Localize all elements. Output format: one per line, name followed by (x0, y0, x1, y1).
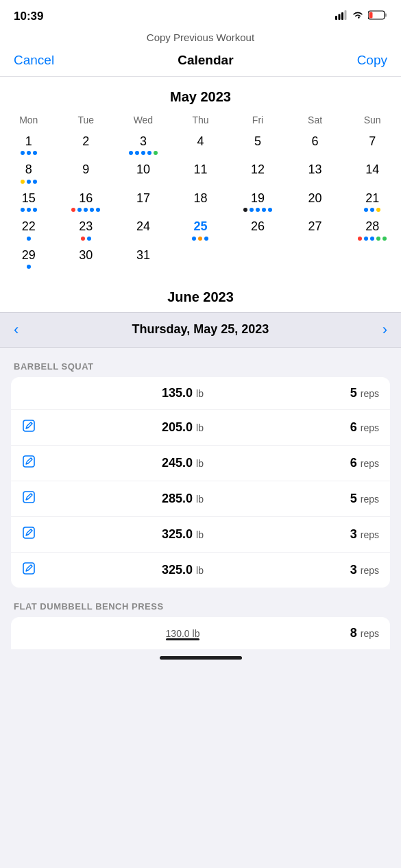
weekday-wed: Wed (114, 112, 172, 131)
svg-rect-11 (23, 563, 34, 574)
calendar-day[interactable]: 31 (114, 245, 172, 273)
set-reps: 5 reps (324, 492, 379, 506)
calendar-day[interactable]: 26 (229, 216, 287, 244)
set-row: 205.0 lb 6 reps (11, 410, 390, 446)
calendar-day[interactable]: 24 (114, 216, 172, 244)
calendar-day[interactable]: 19 (229, 188, 287, 216)
edit-icon[interactable] (22, 490, 41, 507)
calendar-day (343, 245, 401, 273)
calendar-day[interactable]: 27 (287, 216, 344, 244)
calendar-day[interactable]: 22 (0, 216, 58, 244)
workout-section: BARBELL SQUAT 135.0 lb 5 reps 205.0 lb 6… (0, 348, 401, 649)
weekday-thu: Thu (172, 112, 230, 131)
set-weight: 205.0 lb (41, 420, 324, 435)
set-weight: 130.0 lb (41, 626, 324, 640)
svg-rect-8 (23, 456, 34, 467)
svg-rect-10 (23, 527, 34, 538)
calendar-day[interactable]: 30 (58, 245, 115, 273)
calendar-day[interactable]: 15 (0, 188, 58, 216)
set-reps: 5 reps (324, 386, 379, 400)
set-reps: 6 reps (324, 456, 379, 470)
calendar-day (287, 245, 344, 273)
set-weight: 285.0 lb (41, 492, 324, 506)
set-reps: 8 reps (324, 626, 379, 640)
svg-rect-7 (23, 420, 34, 431)
svg-rect-6 (385, 14, 387, 17)
calendar-day[interactable]: 18 (172, 188, 230, 216)
month-label-june: June 2023 (0, 284, 401, 312)
calendar-day[interactable]: 16 (58, 188, 115, 216)
calendar-day[interactable]: 21 (343, 188, 401, 216)
set-reps: 3 reps (324, 563, 379, 577)
weekday-mon: Mon (0, 112, 58, 131)
signal-icon (335, 10, 348, 23)
weekday-sun: Sun (343, 112, 401, 131)
edit-icon[interactable] (22, 562, 41, 579)
nav-title: Calendar (178, 53, 233, 68)
edit-icon[interactable] (22, 419, 41, 436)
calendar-day (229, 245, 287, 273)
calendar-day[interactable]: 11 (172, 159, 230, 187)
nav-bar: Cancel Calendar Copy (0, 47, 401, 77)
modal-title-bar: Copy Previous Workout (0, 29, 401, 47)
cancel-button[interactable]: Cancel (14, 53, 54, 68)
svg-rect-3 (345, 10, 347, 20)
selected-date-label: Thursday, May 25, 2023 (132, 322, 269, 337)
set-weight: 135.0 lb (41, 386, 324, 400)
calendar-section: May 2023 Mon Tue Wed Thu Fri Sat Sun 123… (0, 77, 401, 312)
edit-icon[interactable] (22, 455, 41, 472)
calendar-day[interactable]: 20 (287, 188, 344, 216)
prev-date-button[interactable]: ‹ (14, 321, 19, 339)
svg-rect-0 (335, 16, 337, 20)
calendar-day[interactable]: 7 (343, 131, 401, 159)
calendar-day[interactable]: 4 (172, 131, 230, 159)
copy-button[interactable]: Copy (357, 53, 387, 68)
calendar-day[interactable]: 3 (114, 131, 172, 159)
set-weight: 245.0 lb (41, 456, 324, 470)
calendar-day[interactable]: 5 (229, 131, 287, 159)
edit-icon[interactable] (22, 526, 41, 543)
calendar-day[interactable]: 8 (0, 159, 58, 187)
status-bar: 10:39 (0, 0, 401, 29)
wifi-icon (352, 10, 364, 23)
set-reps: 3 reps (324, 527, 379, 542)
exercise-1-sets-card: 135.0 lb 5 reps 205.0 lb 6 reps (11, 377, 390, 588)
calendar-day[interactable]: 17 (114, 188, 172, 216)
month-label-may: May 2023 (0, 84, 401, 112)
svg-rect-5 (369, 12, 373, 19)
calendar-day[interactable]: 9 (58, 159, 115, 187)
set-weight: 325.0 lb (41, 563, 324, 577)
calendar-day[interactable]: 10 (114, 159, 172, 187)
calendar-day[interactable]: 13 (287, 159, 344, 187)
battery-icon (368, 10, 387, 23)
svg-rect-2 (341, 12, 343, 20)
calendar-day (172, 245, 230, 273)
home-indicator (160, 656, 242, 660)
calendar-day[interactable]: 25 (172, 216, 230, 244)
set-row: 130.0 lb 8 reps (11, 617, 390, 649)
calendar-day[interactable]: 12 (229, 159, 287, 187)
next-date-button[interactable]: › (382, 321, 387, 339)
set-row: 325.0 lb 3 reps (11, 553, 390, 588)
calendar-day[interactable]: 6 (287, 131, 344, 159)
calendar-day[interactable]: 28 (343, 216, 401, 244)
set-row: 135.0 lb 5 reps (11, 377, 390, 410)
status-time: 10:39 (14, 10, 43, 23)
exercise-2-label: FLAT DUMBBELL BENCH PRESS (11, 599, 390, 617)
weekday-sat: Sat (287, 112, 344, 131)
calendar-day[interactable]: 2 (58, 131, 115, 159)
set-row: 245.0 lb 6 reps (11, 446, 390, 481)
set-row: 325.0 lb 3 reps (11, 517, 390, 553)
set-row: 285.0 lb 5 reps (11, 481, 390, 517)
set-weight: 325.0 lb (41, 527, 324, 542)
weekday-tue: Tue (58, 112, 115, 131)
calendar-day[interactable]: 1 (0, 131, 58, 159)
calendar-day[interactable]: 29 (0, 245, 58, 273)
calendar-day[interactable]: 14 (343, 159, 401, 187)
calendar-day[interactable]: 23 (58, 216, 115, 244)
status-icons (335, 10, 387, 23)
svg-rect-9 (23, 492, 34, 503)
date-nav-bar: ‹ Thursday, May 25, 2023 › (0, 312, 401, 348)
exercise-1-label: BARBELL SQUAT (11, 361, 390, 377)
modal-title: Copy Previous Workout (147, 32, 254, 43)
